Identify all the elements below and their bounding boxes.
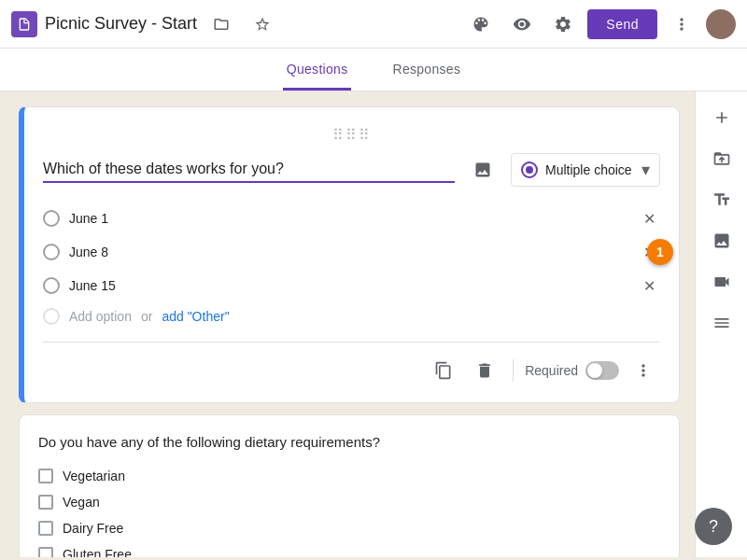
add-option-text[interactable]: Add option [69,309,132,324]
checkbox-3[interactable] [38,521,53,536]
avatar[interactable] [706,9,736,39]
help-button[interactable]: ? [695,508,732,545]
dropdown-arrow-icon: ▾ [641,160,650,180]
tab-questions[interactable]: Questions [283,49,352,91]
checkbox-2[interactable] [38,495,53,510]
tab-responses[interactable]: Responses [388,49,464,91]
add-image-to-question-button[interactable] [466,153,500,187]
duplicate-question-button[interactable] [427,354,460,387]
add-other-link[interactable]: add "Other" [162,309,229,324]
question-card-2: Do you have any of the following dietary… [19,414,680,557]
checkbox-option-1: Vegetarian [38,463,660,489]
option-label-2: June 8 [69,245,628,259]
required-toggle[interactable] [585,361,619,380]
more-options-button[interactable] [627,354,660,387]
remove-option-1-button[interactable]: ✕ [638,207,660,230]
required-label: Required [525,363,578,378]
settings-button[interactable] [546,7,580,41]
sidebar [695,91,747,557]
star-button[interactable] [246,7,279,41]
checkbox-option-3: Dairy Free [38,515,660,541]
header-actions: Send [464,7,736,41]
more-button[interactable] [665,7,698,41]
question-text-input[interactable] [43,157,455,183]
radio-icon [521,161,538,178]
question-type-selector[interactable]: Multiple choice ▾ [511,153,660,187]
folder-button[interactable] [204,7,238,41]
add-section-sidebar-button[interactable] [703,304,740,342]
add-option-radio-placeholder [43,308,60,325]
checkbox-label-4: Gluten Free [63,547,132,557]
toggle-knob [587,363,602,378]
checkbox-option-4: Gluten Free [38,541,660,557]
palette-button[interactable] [464,7,498,41]
app-icon [11,11,37,37]
option-label-3: June 15 [69,278,628,293]
checkbox-4[interactable] [38,547,53,557]
header: Picnic Survey - Start Send [0,0,747,49]
add-video-sidebar-button[interactable] [703,263,740,301]
question-card-1: ⠿⠿⠿ Multiple choice ▾ June 1 ✕ [19,106,680,403]
add-title-sidebar-button[interactable] [703,181,740,218]
add-question-sidebar-button[interactable] [703,99,740,136]
drag-handle: ⠿⠿⠿ [43,126,660,144]
add-option-row: Add option or add "Other" [43,302,660,330]
checkbox-label-2: Vegan [63,495,100,510]
option-label-1: June 1 [69,211,628,226]
type-select-label: Multiple choice [545,162,634,177]
question-top-row: Multiple choice ▾ [43,153,660,187]
option-row-3: June 15 ✕ [43,269,660,302]
import-questions-sidebar-button[interactable] [703,140,740,177]
checkbox-label-1: Vegetarian [63,469,125,483]
radio-inner [526,166,533,174]
checkbox-label-3: Dairy Free [63,521,123,536]
card-footer: Required [43,342,660,387]
radio-option-1 [43,210,60,227]
add-image-sidebar-button[interactable] [703,222,740,259]
step-badge: 1 [647,239,673,265]
radio-option-2 [43,244,60,260]
send-button[interactable]: Send [587,9,657,39]
remove-option-3-button[interactable]: ✕ [638,274,660,297]
preview-button[interactable] [505,7,539,41]
checkbox-option-2: Vegan [38,489,660,515]
checkbox-1[interactable] [38,469,53,483]
content-area: ⠿⠿⠿ Multiple choice ▾ June 1 ✕ [0,91,695,557]
option-row-1: June 1 ✕ [43,202,660,235]
radio-option-3 [43,277,60,294]
tabs-bar: Questions Responses [0,49,747,91]
main-area: ⠿⠿⠿ Multiple choice ▾ June 1 ✕ [0,91,747,557]
add-other-separator: or [141,309,152,324]
document-title: Picnic Survey - Start [45,14,197,34]
question-2-text: Do you have any of the following dietary… [38,434,660,450]
footer-divider [513,359,514,382]
option-row-2: June 8 ✕ 1 [43,235,660,269]
delete-question-button[interactable] [468,354,501,387]
